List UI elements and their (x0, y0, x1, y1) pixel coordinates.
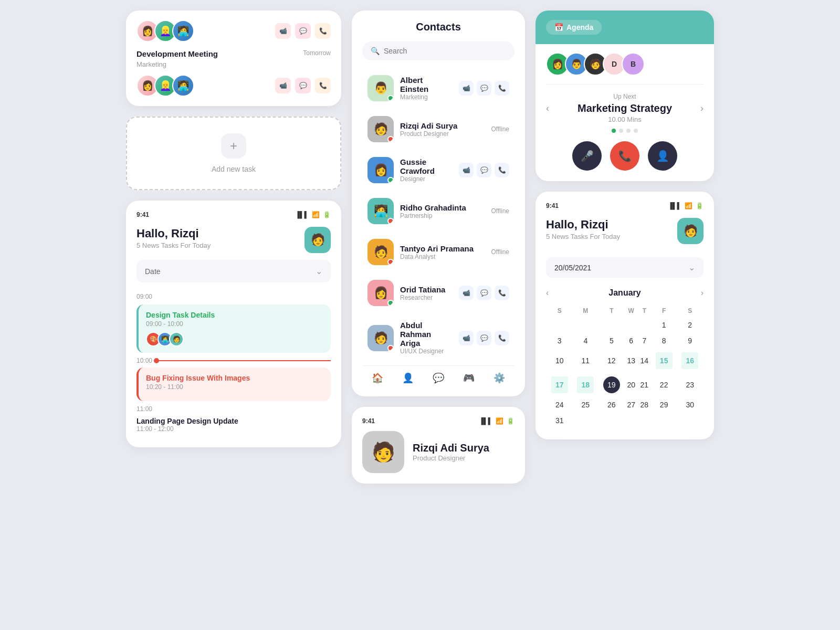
calendar-day[interactable]: 29 (652, 397, 677, 412)
calendar-day[interactable]: 4 (573, 333, 598, 348)
message-icon[interactable]: 💬 (477, 81, 491, 96)
add-person-button[interactable]: 👤 (648, 141, 677, 171)
search-bar[interactable]: 🔍 (362, 41, 514, 60)
nav-contacts[interactable]: 👤 (402, 372, 414, 384)
contact-item-orid[interactable]: 👩 Orid Tatiana Researcher 📹 💬 📞 (362, 274, 514, 312)
video-call-icon-3[interactable]: 📹 (459, 286, 474, 300)
calendar-day[interactable]: 5 (599, 333, 624, 348)
calendar-day[interactable]: 31 (547, 413, 572, 428)
dot-3 (626, 129, 631, 133)
profile-battery-icon: 🔋 (507, 417, 514, 425)
calendar-day[interactable]: 14 (638, 349, 650, 372)
phone-icon-3[interactable]: 📞 (495, 286, 509, 300)
time-1000: 10:00 (136, 357, 152, 364)
calendar-day[interactable]: 6 (625, 333, 637, 348)
nav-settings[interactable]: ⚙️ (494, 372, 505, 384)
search-icon: 🔍 (371, 47, 380, 55)
call-icon[interactable]: 📞 (315, 23, 331, 39)
calendar-day[interactable]: 12 (599, 349, 624, 372)
calendar-day[interactable]: 20 (625, 373, 637, 396)
contact-item-albert[interactable]: 👨 Albert Einsten Marketing 📹 💬 📞 (362, 69, 514, 108)
nav-chat[interactable]: 💬 (433, 372, 444, 384)
online-indicator-2 (387, 177, 394, 183)
calendar-day (547, 318, 572, 332)
calendar-day[interactable]: 28 (638, 397, 650, 412)
task-landing[interactable]: Landing Page Design Update 11:00 - 12:00 (136, 417, 331, 433)
video-call-icon-2[interactable]: 📹 (459, 163, 474, 177)
calendar-day[interactable]: 9 (677, 333, 702, 348)
weekday-t2: T (638, 305, 650, 317)
prev-arrow[interactable]: ‹ (546, 103, 549, 114)
calendar-day[interactable]: 24 (547, 397, 572, 412)
cal-signal-icon: ▐▌▌ (668, 202, 681, 209)
calendar-day[interactable]: 27 (625, 397, 637, 412)
prev-month-button[interactable]: ‹ (546, 288, 549, 298)
calendar-day[interactable]: 19 (599, 373, 624, 396)
calendar-day[interactable]: 18 (573, 373, 598, 396)
calendar-day[interactable]: 11 (573, 349, 598, 372)
offline-indicator-4 (387, 345, 394, 351)
next-arrow[interactable]: › (700, 103, 704, 114)
calendar-day[interactable]: 1 (652, 318, 677, 332)
date-dropdown[interactable]: 20/05/2021 ⌄ (546, 257, 704, 278)
weekday-s1: S (547, 305, 572, 317)
calendar-day[interactable]: 22 (652, 373, 677, 396)
contact-avatar-albert: 👨 (368, 75, 394, 101)
contact-item-gussie[interactable]: 👩 Gussie Crawford Designer 📹 💬 📞 (362, 151, 514, 190)
message-icon-2[interactable]: 💬 (477, 163, 491, 177)
calendar-day[interactable]: 25 (573, 397, 598, 412)
video-call-icon[interactable]: 📹 (459, 81, 474, 96)
message-icon-3[interactable]: 💬 (477, 286, 491, 300)
calendar-day (599, 318, 624, 332)
message-icon-4[interactable]: 💬 (477, 331, 491, 345)
phone-icon[interactable]: 📞 (495, 81, 509, 96)
calendar-day[interactable]: 17 (547, 373, 572, 396)
agenda-participants: 👩 👨 🧑 D B (546, 52, 704, 85)
weekday-t1: T (599, 305, 624, 317)
calendar-day[interactable]: 3 (547, 333, 572, 348)
time-0900: 09:00 (136, 293, 331, 300)
calendar-day[interactable]: 10 (547, 349, 572, 372)
calendar-day[interactable]: 2 (677, 318, 702, 332)
cal-greeting: Hallo, Rizqi (546, 218, 620, 232)
calendar-day[interactable]: 30 (677, 397, 702, 412)
calendar-day[interactable]: 16 (677, 349, 702, 372)
meeting-time: Tomorrow (303, 49, 331, 57)
search-input[interactable] (384, 47, 506, 55)
chat-icon[interactable]: 💬 (295, 23, 311, 39)
profile-name: Rizqi Adi Surya (413, 442, 489, 454)
phone-icon-2[interactable]: 📞 (495, 163, 509, 177)
offline-indicator-2 (387, 218, 394, 224)
contact-item-tantyo[interactable]: 🧑 Tantyo Ari Pramana Data Analyst Offlin… (362, 233, 514, 271)
nav-games[interactable]: 🎮 (463, 372, 475, 384)
date-selector[interactable]: Date ⌄ (136, 260, 331, 282)
calendar-day[interactable]: 21 (638, 373, 650, 396)
calendar-day[interactable]: 8 (652, 333, 677, 348)
video-call-icon-4[interactable]: 📹 (459, 331, 474, 345)
contact-item-ridho[interactable]: 🧑‍💻 Ridho Grahadinta Partnership Offline (362, 192, 514, 230)
call-icon-2[interactable]: 📞 (315, 78, 331, 93)
month-nav: ‹ January › (546, 288, 704, 298)
mute-button[interactable]: 🎤 (572, 141, 602, 171)
calendar-day[interactable]: 23 (677, 373, 702, 396)
video-icon-2[interactable]: 📹 (275, 78, 291, 93)
meeting-card-top: 👩 👱‍♀️ 🧑‍💻 📹 💬 📞 Development Meeting Tom… (126, 10, 341, 106)
nav-home[interactable]: 🏠 (372, 372, 383, 384)
chevron-down-icon: ⌄ (316, 266, 322, 276)
phone-icon-4[interactable]: 📞 (495, 331, 509, 345)
calendar-day[interactable]: 15 (652, 349, 677, 372)
add-task-card[interactable]: + Add new task (126, 117, 341, 190)
agenda-card: 📅 Agenda 👩 👨 🧑 D B ‹ › Up Next Marketing… (536, 10, 714, 181)
task-design[interactable]: Design Task Details 09:00 - 10:00 🎨 👩‍💻 … (136, 304, 331, 353)
chat-icon-2[interactable]: 💬 (295, 78, 311, 93)
next-month-button[interactable]: › (701, 288, 704, 298)
schedule-card: 9:41 ▐▌▌ 📶 🔋 Hallo, Rizqi 5 News Tasks F… (126, 201, 341, 447)
hangup-button[interactable]: 📞 (610, 141, 639, 171)
task-bug-fixing[interactable]: Bug Fixing Issue With Images 10:20 - 11:… (136, 368, 331, 401)
calendar-day[interactable]: 7 (638, 333, 650, 348)
video-icon[interactable]: 📹 (275, 23, 291, 39)
calendar-day[interactable]: 26 (599, 397, 624, 412)
contact-item-abdul[interactable]: 🧑 Abdul Rahman Ariga UI/UX Designer 📹 💬 … (362, 314, 514, 361)
contact-item-rizqi[interactable]: 🧑 Rizqi Adi Surya Product Designer Offli… (362, 110, 514, 149)
calendar-day[interactable]: 13 (625, 349, 637, 372)
